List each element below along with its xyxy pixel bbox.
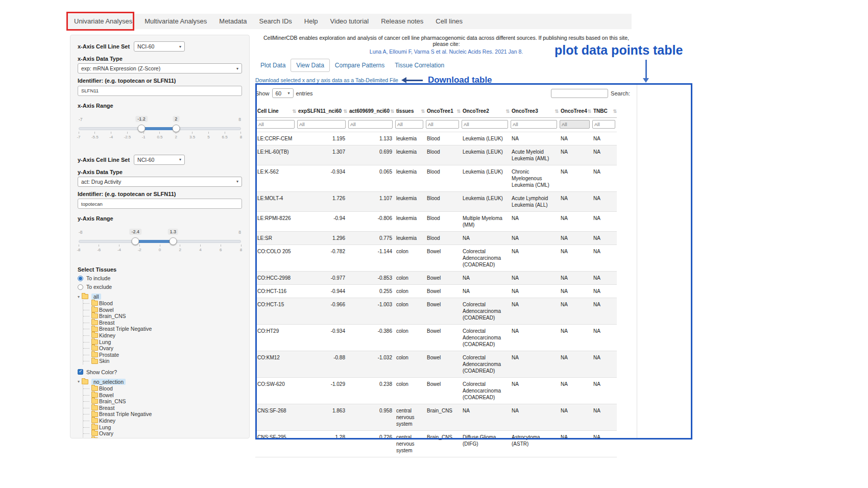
slider-to-value: 1.3 [167, 229, 178, 235]
column-header[interactable]: tissues ⇅ [394, 105, 425, 118]
tissue-tree-item[interactable]: Breast [83, 320, 242, 326]
search-input[interactable] [551, 89, 608, 98]
slider-handle-from[interactable] [132, 237, 139, 245]
tissue-tree-item[interactable]: Breast Triple Negative [83, 326, 242, 332]
tree-collapse-icon[interactable]: ▾ [78, 379, 80, 384]
sort-icon: ⇅ [613, 109, 617, 114]
tab-plot-data[interactable]: Plot Data [255, 59, 291, 71]
cell-line-cell: CO:HCC-2998 [255, 272, 296, 285]
column-filter-input[interactable] [560, 120, 590, 129]
folder-icon [91, 352, 98, 357]
nav-item[interactable]: Univariate Analyses [68, 14, 138, 29]
y-cell-line-set-label: y-Axis Cell Line Set [78, 157, 130, 163]
y-identifier-label: Identifier: (e.g. topotecan or SLFN11) [78, 191, 242, 197]
column-filter-input[interactable] [297, 120, 346, 129]
view-tabs: Plot Data View Data Compare Patterns Tis… [255, 59, 637, 72]
x-cell-line-set-select[interactable]: NCI-60 ▾ [134, 41, 185, 52]
tissue-tree-item[interactable]: Breast [83, 405, 242, 411]
tab-tissue-correlation[interactable]: Tissue Correlation [390, 59, 449, 71]
tissues-cell: leukemia [394, 165, 425, 192]
column-header[interactable]: TNBC ⇅ [591, 105, 617, 118]
entries-count-select[interactable]: 60 ▾ [272, 88, 294, 98]
x-identifier-input[interactable] [78, 86, 242, 96]
tree-collapse-icon[interactable]: ▾ [78, 295, 80, 299]
column-header[interactable]: OncoTree2 ⇅ [461, 105, 510, 118]
nav-item[interactable]: Cell lines [429, 14, 469, 29]
column-filter-input[interactable] [348, 120, 393, 129]
tissue-tree-item[interactable]: Ovary [83, 345, 242, 352]
tissue-tree-item[interactable]: Kidney [83, 332, 242, 339]
oncotree2-cell: NA [461, 272, 510, 285]
tissue-tree-item[interactable]: Lung [83, 339, 242, 346]
cell-line-cell: CO:SW-620 [255, 378, 296, 404]
column-header[interactable]: Cell Line ⇅ [255, 105, 296, 118]
show-color-checkbox[interactable]: Show Color? [78, 369, 242, 375]
tissue-tree-item[interactable]: Prostate [83, 437, 242, 438]
column-filter-input[interactable] [256, 120, 295, 129]
column-filter-input[interactable] [426, 120, 459, 129]
table-row: CNS:SF-268 1.863 0.958 central nervous s… [255, 404, 617, 431]
act-value-cell: 0.775 [347, 232, 394, 245]
column-filter-input[interactable] [462, 120, 508, 129]
tab-view-data[interactable]: View Data [291, 59, 329, 72]
column-header[interactable]: act609699_nci60 ⇅ [347, 105, 394, 118]
tissue-tree-item[interactable]: Breast Triple Negative [83, 411, 242, 418]
oncotree3-cell: Acute Lymphoid Leukemia (ALL) [510, 192, 559, 212]
tissue-tree-item[interactable]: Skin [83, 358, 242, 364]
nav-item[interactable]: Multivariate Analyses [138, 14, 213, 29]
slider-handle-to[interactable] [172, 125, 180, 132]
column-header[interactable]: OncoTree1 ⇅ [425, 105, 461, 118]
sort-icon: ⇅ [554, 109, 559, 114]
tree-root-no-selection[interactable]: no_selection [91, 379, 126, 385]
exp-value-cell: -0.977 [296, 272, 347, 285]
column-filter-input[interactable] [511, 120, 557, 129]
column-header[interactable]: OncoTree4 ⇅ [559, 105, 591, 118]
column-header[interactable]: expSLFN11_nci60 ⇅ [296, 105, 347, 118]
oncotree3-cell: NA [510, 285, 559, 298]
nav-item[interactable]: Metadata [213, 14, 253, 29]
tissues-exclude-radio[interactable]: To exclude [78, 284, 242, 290]
tissues-cell: leukemia [394, 132, 425, 145]
slider-handle-to[interactable] [169, 237, 177, 245]
tissue-tree-item[interactable]: Lung [83, 424, 242, 431]
folder-icon [91, 339, 98, 345]
y-identifier-input[interactable] [78, 199, 242, 209]
nav-item[interactable]: Search IDs [253, 14, 298, 29]
tnbc-cell: NA [591, 145, 617, 165]
x-data-type-select[interactable]: exp: mRNA Expression (Z-Score) ▾ [78, 63, 242, 74]
column-filter-input[interactable] [395, 120, 423, 129]
column-header[interactable]: OncoTree3 ⇅ [510, 105, 559, 118]
tree-root-all[interactable]: all [91, 294, 101, 300]
annotation-plot-table-label: plot data points table [554, 43, 683, 58]
nav-item[interactable]: Video tutorial [324, 14, 375, 29]
column-filter-input[interactable] [592, 120, 615, 129]
tissue-tree-item[interactable]: Ovary [83, 430, 242, 437]
act-value-cell: 0.255 [347, 285, 394, 298]
y-cell-line-set-select[interactable]: NCI-60 ▾ [134, 155, 185, 165]
oncotree3-cell: NA [510, 245, 559, 272]
tissue-tree-item[interactable]: Brain_CNS [83, 398, 242, 405]
tissue-tree-item[interactable]: Kidney [83, 418, 242, 424]
y-data-type-select[interactable]: act: Drug Activity ▾ [78, 177, 242, 187]
tnbc-cell: NA [591, 245, 617, 272]
tissue-tree-item[interactable]: Prostate [83, 352, 242, 358]
slider-handle-from[interactable] [138, 125, 146, 132]
tissue-tree-item[interactable]: Blood [83, 385, 242, 392]
tab-compare-patterns[interactable]: Compare Patterns [330, 59, 390, 71]
oncotree4-cell: NA [559, 212, 591, 232]
tissue-tree-item[interactable]: Bowel [83, 392, 242, 399]
tnbc-cell: NA [591, 298, 617, 325]
tissues-include-radio[interactable]: To include [78, 275, 242, 281]
tissue-tree-item[interactable]: Blood [83, 300, 242, 307]
radio-unchecked-icon [78, 284, 83, 290]
download-data-link[interactable]: Download selected x and y axis data as a… [255, 77, 398, 83]
tissue-tree-item[interactable]: Brain_CNS [83, 313, 242, 320]
nav-item[interactable]: Release notes [375, 14, 429, 29]
cell-line-cell: CO:HCT-116 [255, 285, 296, 298]
nav-item[interactable]: Help [298, 14, 324, 29]
tissue-tree-item[interactable]: Bowel [83, 307, 242, 313]
act-value-cell: -1.003 [347, 298, 394, 325]
folder-icon [91, 412, 98, 417]
tissue-color-tree: ▾ no_selection Blood Bowel Brain_CNS Bre… [78, 379, 242, 438]
sort-icon: ⇅ [292, 109, 296, 114]
